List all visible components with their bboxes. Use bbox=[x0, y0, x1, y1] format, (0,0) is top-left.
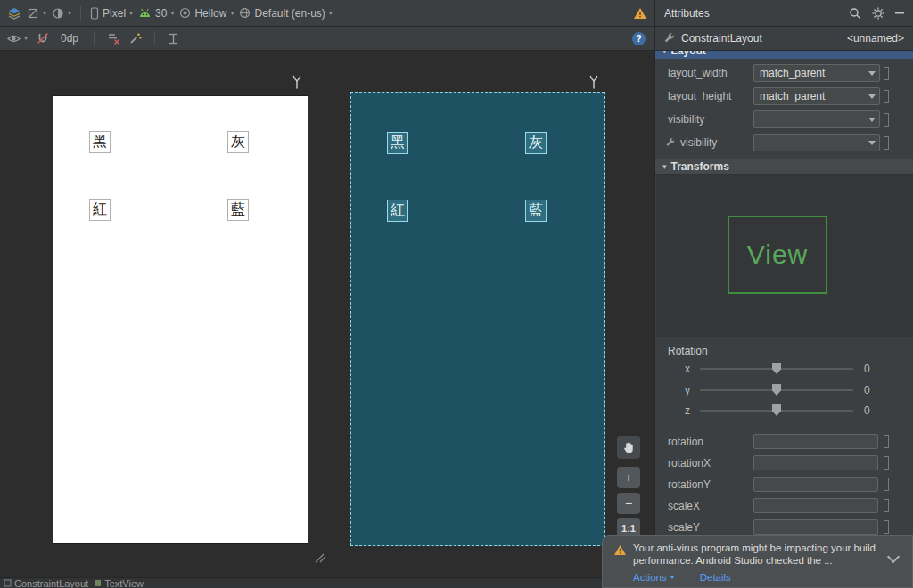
pin-bracket[interactable] bbox=[884, 499, 889, 512]
warning-icon[interactable] bbox=[633, 7, 647, 20]
actions-link[interactable]: Actions bbox=[633, 572, 675, 583]
textview-gray[interactable]: 灰 bbox=[227, 131, 249, 153]
chevron-down-icon bbox=[864, 65, 879, 81]
dropdown-value: match_parent bbox=[754, 90, 864, 102]
zoom-in-button[interactable]: + bbox=[617, 467, 640, 488]
textview-black[interactable]: 黑 bbox=[89, 131, 111, 153]
attr-label: rotation bbox=[668, 436, 703, 448]
attr-row-rotation: rotation bbox=[655, 434, 913, 452]
attr-row-layout-width: layout_width match_parent bbox=[655, 62, 913, 84]
infer-constraints-icon[interactable] bbox=[129, 32, 142, 45]
attr-label: visibility bbox=[680, 136, 717, 149]
textview-blue[interactable]: 藍 bbox=[227, 199, 249, 221]
section-header-layout[interactable]: ▾ Layout bbox=[655, 51, 913, 59]
constraintlayout-icon bbox=[4, 579, 12, 587]
rotation-y-row: y 0 bbox=[655, 383, 913, 397]
wrench-icon bbox=[664, 33, 676, 45]
breadcrumb-label: ConstraintLayout bbox=[14, 578, 88, 588]
breadcrumb-textview[interactable]: TextView bbox=[94, 578, 144, 588]
default-margin-selector[interactable]: 0dp bbox=[58, 32, 81, 45]
rotation-x-input[interactable] bbox=[753, 455, 878, 470]
visibility-dropdown[interactable] bbox=[753, 110, 880, 128]
blueprint-view[interactable]: 黑 灰 紅 藍 bbox=[350, 92, 605, 546]
chevron-down-icon: ▾ bbox=[24, 35, 28, 42]
textview-red[interactable]: 紅 bbox=[89, 199, 111, 221]
section-title: Transforms bbox=[671, 160, 729, 173]
design-editor-toolbar: ▾ ▾ Pixel ▾ 30 bbox=[0, 0, 654, 27]
chevron-down-icon bbox=[864, 88, 879, 104]
slider-thumb[interactable] bbox=[772, 404, 781, 416]
gear-icon[interactable] bbox=[872, 7, 884, 20]
pin-bracket[interactable] bbox=[884, 113, 889, 127]
locale-selector[interactable]: Default (en-us) ▾ bbox=[239, 7, 332, 20]
pin-bracket[interactable] bbox=[884, 478, 889, 491]
collapse-notification-icon[interactable] bbox=[887, 551, 900, 563]
rotation-z-slider[interactable] bbox=[700, 410, 853, 412]
chevron-down-icon: ▾ bbox=[43, 10, 46, 17]
section-header-transforms[interactable]: ▾ Transforms bbox=[655, 159, 913, 175]
textview-gray[interactable]: 灰 bbox=[525, 132, 547, 154]
rotation-input[interactable] bbox=[753, 434, 878, 449]
pan-button[interactable] bbox=[617, 436, 640, 459]
pin-bracket[interactable] bbox=[884, 456, 889, 470]
orientation-selector[interactable]: ▾ bbox=[27, 7, 46, 20]
device-selector[interactable]: Pixel ▾ bbox=[90, 7, 133, 20]
pin-bracket[interactable] bbox=[884, 67, 889, 80]
design-surface[interactable]: 黑 灰 紅 藍 黑 灰 紅 藍 + − 1:1 bbox=[0, 51, 654, 577]
details-label: Details bbox=[700, 572, 731, 583]
breadcrumb-label: TextView bbox=[104, 578, 144, 588]
breadcrumb-constraintlayout[interactable]: ConstraintLayout bbox=[4, 578, 88, 588]
default-margin-value: 0dp bbox=[61, 32, 78, 45]
resize-handle[interactable] bbox=[314, 552, 326, 563]
scale-x-input[interactable] bbox=[753, 498, 878, 513]
hand-icon bbox=[622, 441, 636, 454]
design-surface-icon[interactable] bbox=[7, 6, 21, 20]
rotation-y-slider[interactable] bbox=[700, 389, 853, 391]
chevron-down-icon bbox=[864, 135, 879, 151]
details-link[interactable]: Details bbox=[700, 572, 731, 583]
attr-label: scaleY bbox=[668, 521, 700, 534]
transform-preview: View bbox=[656, 175, 913, 337]
attr-row-layout-height: layout_height match_parent bbox=[655, 86, 913, 107]
slider-thumb[interactable] bbox=[772, 384, 781, 396]
attr-row-scale-x: scaleX bbox=[655, 498, 913, 516]
slider-value: 0 bbox=[864, 384, 870, 396]
pin-bracket[interactable] bbox=[884, 520, 889, 534]
clear-constraints-icon[interactable] bbox=[107, 32, 120, 45]
attr-row-visibility: visibility bbox=[655, 109, 913, 130]
theme-selector[interactable]: Hellow ▾ bbox=[179, 7, 234, 20]
textview-black[interactable]: 黑 bbox=[387, 132, 408, 154]
slider-thumb[interactable] bbox=[772, 363, 781, 374]
phone-icon bbox=[90, 7, 99, 20]
scale-y-input[interactable] bbox=[753, 519, 878, 535]
view-options-selector[interactable]: ▾ bbox=[7, 34, 28, 44]
pin-bracket[interactable] bbox=[884, 90, 889, 103]
rotation-y-input[interactable] bbox=[753, 477, 878, 492]
slider-label: y bbox=[685, 384, 690, 396]
night-mode-selector[interactable]: ▾ bbox=[52, 7, 71, 20]
night-mode-icon bbox=[52, 7, 64, 20]
notification-balloon: Your anti-virus program might be impacti… bbox=[602, 535, 913, 588]
attr-label: layout_height bbox=[668, 90, 731, 102]
attr-label: layout_width bbox=[668, 67, 728, 79]
collapse-icon: ▾ bbox=[662, 162, 667, 171]
warning-icon bbox=[613, 544, 627, 556]
tools-visibility-dropdown[interactable] bbox=[753, 134, 880, 151]
textview-red[interactable]: 紅 bbox=[387, 200, 408, 222]
design-view[interactable]: 黑 灰 紅 藍 bbox=[53, 96, 308, 543]
layout-width-dropdown[interactable]: match_parent bbox=[753, 64, 880, 82]
zoom-out-button[interactable]: − bbox=[617, 493, 640, 514]
search-icon[interactable] bbox=[849, 7, 861, 20]
layout-height-dropdown[interactable]: match_parent bbox=[753, 87, 880, 105]
api-selector[interactable]: 30 ▾ bbox=[138, 7, 174, 20]
rotation-x-slider[interactable] bbox=[700, 368, 853, 370]
align-vertical-icon[interactable] bbox=[168, 33, 179, 45]
orientation-icon bbox=[27, 7, 39, 20]
help-icon[interactable]: ? bbox=[632, 32, 646, 45]
globe-icon bbox=[239, 7, 251, 19]
pin-bracket[interactable] bbox=[884, 435, 889, 448]
textview-blue[interactable]: 藍 bbox=[525, 200, 547, 222]
autoconnect-off-icon[interactable] bbox=[37, 32, 49, 45]
pin-bracket[interactable] bbox=[884, 136, 889, 150]
minimize-icon[interactable] bbox=[895, 12, 904, 14]
